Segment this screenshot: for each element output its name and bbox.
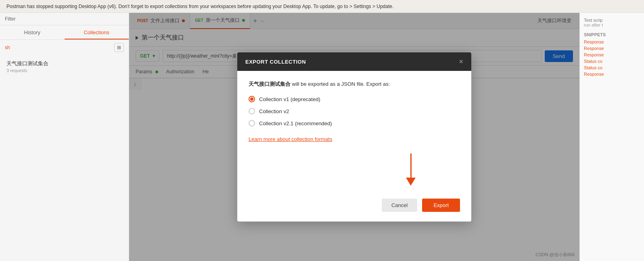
main-content: POST 文件上传接口 GET 第一个天气接口 + ··· 天气接口环境变 第一… <box>129 13 579 261</box>
snippet-link-2[interactable]: Response <box>584 46 640 51</box>
collection-sub: 3 requests <box>6 68 122 73</box>
collection-name: 天气接口测试集合 <box>6 60 122 67</box>
arrow-head <box>406 178 416 186</box>
radio-v2-label: Collection v2 <box>259 108 289 114</box>
export-modal: EXPORT COLLECTION × 天气接口测试集合 will be exp… <box>237 52 471 222</box>
test-script-sub: run after t <box>584 23 640 27</box>
banner-text: Postman has stopped supporting Desktop A… <box>6 4 393 9</box>
cancel-button[interactable]: Cancel <box>382 199 417 212</box>
format-radio-group: Collection v1 (deprecated) Collection v2… <box>249 96 460 126</box>
top-banner: Postman has stopped supporting Desktop A… <box>0 0 644 13</box>
learn-more-link[interactable]: Learn more about collection formats <box>249 136 332 142</box>
right-panel: Test scrip run after t SNIPPETS Response… <box>579 13 644 261</box>
radio-v21-circle <box>249 120 255 126</box>
sidebar-actions: sh ⊞ <box>0 40 129 55</box>
modal-close-button[interactable]: × <box>459 58 463 65</box>
snippet-link-6[interactable]: Response <box>584 72 640 77</box>
snippets-title: SNIPPETS <box>584 32 640 37</box>
collection-item[interactable]: 天气接口测试集合 3 requests <box>0 55 129 78</box>
sidebar-filter-label: Filter <box>0 13 129 25</box>
tab-collections[interactable]: Collections <box>65 25 129 39</box>
modal-header: EXPORT COLLECTION × <box>237 52 471 71</box>
test-script-label: Test scrip <box>584 18 640 23</box>
sidebar: Filter History Collections sh ⊞ 天气接口测试集合… <box>0 13 129 261</box>
snippet-link-3[interactable]: Response <box>584 52 640 57</box>
export-button[interactable]: Export <box>422 199 460 212</box>
new-collection-button[interactable]: ⊞ <box>114 43 124 52</box>
arrow-line <box>410 153 412 178</box>
snippet-link-1[interactable]: Response <box>584 39 640 44</box>
modal-overlay: EXPORT COLLECTION × 天气接口测试集合 will be exp… <box>129 13 579 261</box>
snippet-link-5[interactable]: Status co <box>584 65 640 70</box>
sidebar-tabs: History Collections <box>0 25 129 40</box>
radio-v1[interactable]: Collection v1 (deprecated) <box>249 96 460 102</box>
modal-body: 天气接口测试集合 will be exported as a JSON file… <box>237 71 471 199</box>
arrow-indicator <box>249 153 460 186</box>
radio-v21-label: Collection v2.1 (recommended) <box>259 120 332 126</box>
sidebar-search-label: sh <box>5 45 10 50</box>
collection-name-strong: 天气接口测试集合 <box>249 81 291 87</box>
radio-v2[interactable]: Collection v2 <box>249 108 460 114</box>
radio-v1-circle <box>249 96 255 102</box>
modal-title: EXPORT COLLECTION <box>245 59 306 65</box>
red-arrow <box>406 153 416 186</box>
snippet-link-4[interactable]: Status co <box>584 59 640 64</box>
test-script-section: Test scrip run after t <box>584 18 640 27</box>
snippets-section: SNIPPETS Response Response Response Stat… <box>584 32 640 77</box>
modal-description: 天气接口测试集合 will be exported as a JSON file… <box>249 81 460 88</box>
radio-v21[interactable]: Collection v2.1 (recommended) <box>249 120 460 126</box>
tab-history[interactable]: History <box>0 25 65 39</box>
radio-v1-label: Collection v1 (deprecated) <box>259 96 320 102</box>
radio-v2-circle <box>249 108 255 114</box>
modal-footer: Cancel Export <box>237 199 471 222</box>
